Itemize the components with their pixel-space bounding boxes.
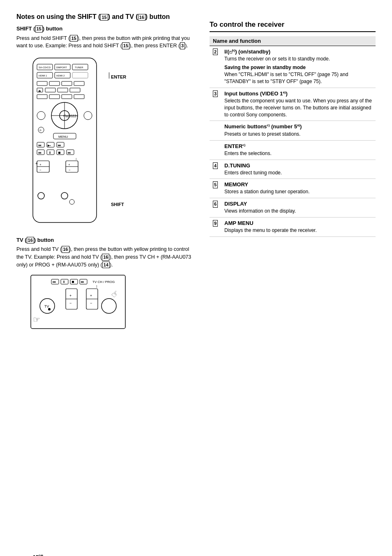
svg-point-60: [61, 192, 68, 199]
main-title: Notes on using the SHIFT (15) and TV (16…: [16, 12, 197, 21]
svg-text:⏮: ⏮: [53, 280, 56, 284]
func-num-2: 2: [213, 49, 221, 85]
func-title-2: I/(⏍b)) (on/standby): [224, 49, 372, 55]
func-desc-2: Turns the receiver on or sets it to stan…: [224, 56, 372, 63]
svg-text:SA-CD/CD: SA-CD/CD: [39, 66, 51, 69]
svg-text:⏹: ⏹: [58, 151, 61, 155]
func-title-6: DISPLAY: [224, 201, 372, 207]
svg-text:⟳: ⟳: [39, 129, 42, 132]
svg-text:☞: ☞: [109, 288, 120, 299]
svg-text:⏹: ⏹: [71, 280, 75, 284]
func-title-numeric: Numeric buttonsc) (number 5a)): [224, 123, 372, 130]
shift-text1: Press and hold SHIFT (15), then press th…: [16, 35, 197, 50]
svg-text:MENU: MENU: [58, 135, 68, 139]
func-content-9: AMP MENU Displays the menu to operate th…: [224, 220, 372, 234]
svg-text:+: +: [69, 294, 71, 298]
svg-text:TUNER: TUNER: [75, 66, 83, 69]
svg-point-30: [37, 111, 45, 120]
func-num-9: 9: [213, 220, 221, 234]
svg-text:☞: ☞: [33, 315, 40, 324]
svg-text:▶•: ▶•: [48, 144, 51, 147]
svg-text:⏏: ⏏: [38, 89, 41, 92]
func-num-4: 4: [213, 162, 221, 176]
func-title-4: D.TUNING: [224, 162, 372, 169]
func-content-5: MEMORY Stores a station during tuner ope…: [224, 181, 372, 195]
svg-text:+: +: [35, 161, 38, 166]
shift-label: SHIFT: [111, 202, 124, 207]
svg-text:⏭: ⏭: [58, 144, 61, 147]
func-content-2: I/(⏍b)) (on/standby) Turns the receiver …: [224, 49, 372, 85]
svg-text:−: −: [69, 301, 71, 305]
svg-text:TV: TV: [44, 304, 49, 308]
svg-rect-0: [33, 58, 97, 222]
name-function-header: Name and function: [210, 36, 376, 46]
func-row-3: 3 Input buttons (VIDEO 1a)) Selects the …: [210, 88, 376, 121]
svg-point-31: [84, 111, 92, 120]
svg-text:HDMI 1: HDMI 1: [39, 74, 47, 77]
control-title: To control the receiver: [210, 21, 376, 32]
func-row-4: 4 D.TUNING Enters direct tuning mode.: [210, 160, 376, 179]
func-row-9: 9 AMP MENU Displays the menu to operate …: [210, 218, 376, 237]
svg-rect-23: [62, 95, 72, 99]
svg-rect-11: [72, 72, 88, 78]
svg-rect-19: [58, 88, 68, 92]
svg-point-84: [101, 299, 116, 313]
func-desc-9: Displays the menu to operate the receive…: [224, 227, 372, 234]
tv-subsection: TV (16) button: [16, 237, 197, 243]
remote-svg: SA-CD/CD DMPORT TUNER HDMI 1 HDMI 2 ⏏: [25, 56, 107, 229]
svg-rect-22: [49, 95, 60, 99]
enter-label: ENTER: [111, 74, 126, 79]
page-number: 12GB: [33, 554, 43, 556]
svg-point-61: [69, 199, 74, 204]
func-content-3: Input buttons (VIDEO 1a)) Selects the co…: [224, 90, 372, 118]
func-desc-enter: Enters the selections.: [224, 150, 372, 157]
func-desc-6: Views information on the display.: [224, 208, 372, 215]
svg-text:+: +: [68, 163, 70, 167]
svg-text:+: +: [90, 294, 92, 298]
func-sub-desc-2: When "CTRL.HDMI" is set to "CTRL OFF" (p…: [224, 71, 372, 85]
svg-text:−: −: [69, 168, 71, 172]
func-row-numeric: Numeric buttonsc) (number 5a)) Presets o…: [210, 121, 376, 140]
svg-text:DMPORT: DMPORT: [56, 66, 67, 69]
func-title-9: AMP MENU: [224, 220, 372, 226]
svg-rect-18: [45, 88, 55, 92]
svg-text:HDMI 2: HDMI 2: [56, 74, 65, 77]
svg-text:+\u2022-: +\u2022-: [63, 114, 78, 118]
shift-subsection: SHIFT (15) button: [16, 25, 197, 32]
func-title-3: Input buttons (VIDEO 1a)): [224, 90, 372, 97]
func-row-5: 5 MEMORY Stores a station during tuner o…: [210, 179, 376, 198]
svg-rect-14: [62, 81, 72, 86]
svg-rect-12: [37, 81, 47, 86]
svg-text:−: −: [39, 168, 42, 172]
svg-text:+: +: [39, 163, 42, 167]
tv-text1: Press and hold TV (16), then press the b…: [16, 246, 197, 269]
func-title-enter: ENTERc): [224, 143, 372, 149]
svg-rect-20: [70, 88, 80, 92]
svg-text:−: −: [90, 301, 92, 305]
func-content-6: DISPLAY Views information on the display…: [224, 201, 372, 215]
func-desc-numeric: Presets or tunes to preset stations.: [224, 131, 372, 138]
svg-text:⏸: ⏸: [62, 280, 65, 284]
func-title-5: MEMORY: [224, 181, 372, 188]
tv-diagram: ⏮ ⏸ ⏹ ⏭ TV CH / PROG + − + − ↕: [29, 273, 131, 335]
func-content-4: D.TUNING Enters direct tuning mode.: [224, 162, 372, 176]
svg-text:⏮: ⏮: [38, 144, 42, 147]
svg-rect-15: [74, 81, 84, 86]
func-desc-4: Enters direct tuning mode.: [224, 169, 372, 176]
func-row-6: 6 DISPLAY Views information on the displ…: [210, 198, 376, 218]
svg-text:⏮: ⏮: [38, 151, 42, 155]
func-row-2: 2 I/(⏍b)) (on/standby) Turns the receive…: [210, 46, 376, 88]
func-num-6: 6: [213, 201, 221, 215]
remote-diagram: SA-CD/CD DMPORT TUNER HDMI 1 HDMI 2 ⏏: [25, 56, 119, 233]
svg-text:↕: ↕: [75, 157, 77, 161]
svg-text:⏭: ⏭: [81, 280, 84, 284]
svg-point-85: [48, 308, 51, 310]
svg-rect-24: [74, 95, 84, 99]
svg-text:⏭: ⏭: [68, 151, 71, 155]
svg-text:TV CH / PROG: TV CH / PROG: [92, 280, 115, 284]
svg-point-62: [38, 192, 44, 199]
func-desc-5: Stores a station during tuner operation.: [224, 188, 372, 195]
svg-rect-13: [49, 81, 60, 86]
svg-text:↕: ↕: [96, 284, 98, 288]
svg-rect-21: [37, 95, 47, 99]
